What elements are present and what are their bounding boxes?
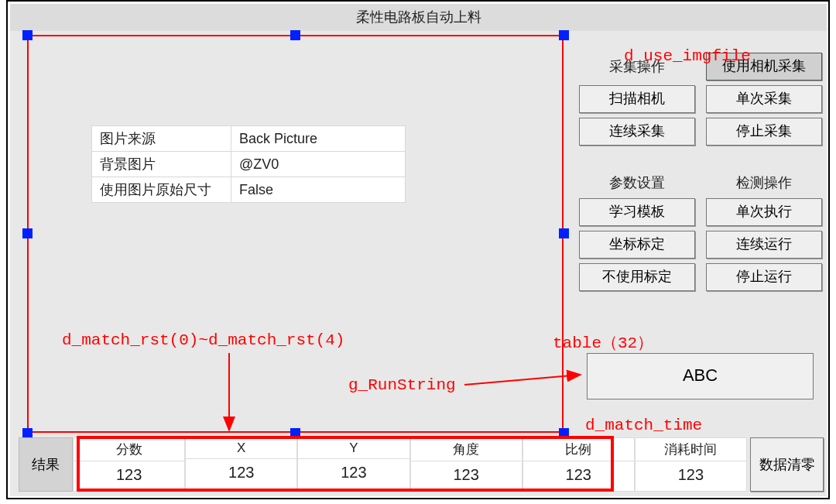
prop-key: 使用图片原始尺寸: [92, 177, 231, 203]
stop-run-button[interactable]: 停止运行: [706, 263, 822, 291]
result-header: X: [186, 438, 296, 459]
table-row: 使用图片原始尺寸 False: [92, 177, 406, 203]
result-cell-y: Y 123: [297, 437, 409, 492]
params-section-label: 参数设置: [579, 169, 695, 194]
results-label: 结果: [19, 437, 73, 492]
result-value: 123: [74, 461, 184, 489]
run-string-box[interactable]: ABC: [587, 353, 814, 399]
handle-tr[interactable]: [559, 30, 569, 40]
table-row: 图片来源 Back Picture: [92, 126, 406, 152]
prop-value[interactable]: False: [231, 177, 406, 203]
window-title: 柔性电路板自动上料: [10, 4, 827, 31]
result-header: 比例: [523, 438, 634, 461]
result-header: 消耗时间: [636, 438, 746, 461]
right-panel: 采集操作 使用相机采集 扫描相机 单次采集 连续采集 停止采集 参数设置 检测操…: [579, 53, 823, 291]
property-table: 图片来源 Back Picture 背景图片 @ZV0 使用图片原始尺寸 Fal…: [91, 125, 406, 203]
anno-g-runstring: g_RunString: [348, 376, 456, 394]
anno-table32: table（32）: [553, 331, 653, 353]
handle-mr[interactable]: [559, 228, 569, 238]
result-cell-angle: 角度 123: [410, 437, 522, 492]
outer-frame: 柔性电路板自动上料 图片来源 Back Picture 背景图片 @ZV0 使用…: [6, 0, 830, 499]
prop-value[interactable]: Back Picture: [231, 126, 406, 152]
result-cell-time: 消耗时间 123: [635, 437, 747, 492]
prop-value[interactable]: @ZV0: [231, 152, 406, 177]
result-value: 123: [636, 461, 746, 489]
app-window: 柔性电路板自动上料 图片来源 Back Picture 背景图片 @ZV0 使用…: [10, 4, 827, 496]
results-bar: 结果 分数 123 X 123 Y 123 角度 123: [19, 437, 824, 492]
result-header: Y: [298, 438, 409, 459]
capture-group: 采集操作 使用相机采集 扫描相机 单次采集 连续采集 停止采集: [579, 53, 823, 146]
selection-rectangle: [27, 35, 564, 433]
result-cell-ratio: 比例 123: [522, 437, 635, 492]
handle-tl[interactable]: [22, 30, 33, 40]
prop-key: 图片来源: [92, 126, 231, 152]
coord-calib-button[interactable]: 坐标标定: [579, 231, 695, 259]
single-capture-button[interactable]: 单次采集: [706, 85, 822, 113]
params-detect-group: 参数设置 检测操作 学习模板 单次执行 坐标标定 连续运行 不使用标定 停止运行: [579, 169, 823, 291]
anno-d-use-imgfile: d_use_imgfile: [624, 47, 751, 65]
handle-tm[interactable]: [290, 30, 300, 40]
result-value: 123: [411, 461, 522, 489]
detect-section-label: 检测操作: [706, 169, 822, 194]
learn-template-button[interactable]: 学习模板: [579, 198, 695, 226]
prop-key: 背景图片: [92, 152, 231, 177]
result-value: 123: [298, 459, 409, 486]
result-cell-score: 分数 123: [73, 437, 185, 492]
results-cells: 分数 123 X 123 Y 123 角度 123 比例 123: [73, 437, 747, 492]
result-cell-x: X 123: [185, 437, 297, 492]
continuous-capture-button[interactable]: 连续采集: [579, 118, 695, 146]
stop-capture-button[interactable]: 停止采集: [706, 118, 822, 146]
table-row: 背景图片 @ZV0: [92, 152, 406, 177]
clear-data-button[interactable]: 数据清零: [750, 437, 824, 492]
result-value: 123: [523, 461, 634, 489]
scan-camera-button[interactable]: 扫描相机: [579, 85, 695, 113]
result-header: 角度: [411, 438, 522, 461]
anno-d-match-rst: d_match_rst(0)~d_match_rst(4): [62, 331, 344, 349]
continuous-run-button[interactable]: 连续运行: [706, 231, 822, 259]
handle-ml[interactable]: [22, 228, 33, 238]
result-header: 分数: [74, 438, 184, 461]
result-value: 123: [186, 459, 296, 486]
no-calib-button[interactable]: 不使用标定: [579, 263, 695, 291]
anno-d-match-time: d_match_time: [585, 417, 702, 434]
single-run-button[interactable]: 单次执行: [706, 198, 822, 226]
